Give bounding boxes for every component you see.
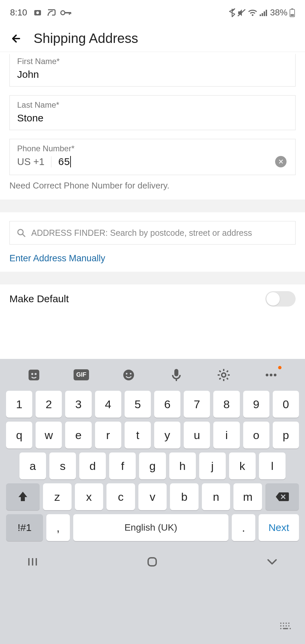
section-divider <box>0 272 305 284</box>
svg-point-34 <box>266 374 268 376</box>
svg-point-46 <box>283 625 284 627</box>
sticker-icon[interactable] <box>26 367 42 383</box>
address-finder-placeholder: ADDRESS FINDER: Search by postcode, stre… <box>31 228 289 238</box>
gif-icon[interactable]: GIF <box>73 367 90 383</box>
enter-address-manually-link[interactable]: Enter Address Manually <box>9 253 296 264</box>
svg-point-51 <box>290 628 291 629</box>
key-z[interactable]: z <box>43 483 72 510</box>
key-space[interactable]: English (UK) <box>73 514 228 541</box>
key-5[interactable]: 5 <box>125 391 151 418</box>
key-0[interactable]: 0 <box>273 391 299 418</box>
last-name-field[interactable]: Last Name* <box>9 95 296 130</box>
key-symbols[interactable]: !#1 <box>6 514 43 541</box>
key-x[interactable]: x <box>75 483 103 510</box>
make-default-toggle[interactable] <box>265 291 296 307</box>
text-caret <box>70 156 71 167</box>
key-6[interactable]: 6 <box>154 391 180 418</box>
key-8[interactable]: 8 <box>213 391 239 418</box>
svg-point-2 <box>61 11 65 15</box>
svg-line-16 <box>23 234 25 236</box>
clear-phone-button[interactable]: ✕ <box>275 156 287 167</box>
key-r[interactable]: r <box>95 422 121 448</box>
key-comma[interactable]: , <box>46 514 70 541</box>
svg-rect-5 <box>70 12 71 14</box>
key-3[interactable]: 3 <box>65 391 91 418</box>
keyboard-row-2: a s d f g h j k l <box>6 452 299 479</box>
key-g[interactable]: g <box>139 452 166 479</box>
svg-line-33 <box>219 378 221 379</box>
mic-icon[interactable] <box>168 367 185 383</box>
key-9[interactable]: 9 <box>243 391 269 418</box>
key-2[interactable]: 2 <box>36 391 62 418</box>
key-k[interactable]: k <box>229 452 256 479</box>
svg-point-22 <box>130 373 132 374</box>
phone-input[interactable]: 65 <box>58 156 70 167</box>
keyboard-switch-icon[interactable] <box>279 622 292 631</box>
address-finder-search[interactable]: ADDRESS FINDER: Search by postcode, stre… <box>9 221 296 245</box>
svg-point-45 <box>280 625 281 627</box>
key-p[interactable]: p <box>273 422 299 448</box>
last-name-input[interactable] <box>17 112 288 124</box>
key-e[interactable]: e <box>65 422 91 448</box>
more-icon[interactable] <box>263 367 279 383</box>
svg-rect-40 <box>148 558 156 566</box>
key-backspace[interactable] <box>265 483 299 510</box>
key-o[interactable]: o <box>243 422 269 448</box>
key-1[interactable]: 1 <box>6 391 32 418</box>
svg-rect-9 <box>262 13 263 16</box>
first-name-input[interactable] <box>17 69 288 80</box>
svg-point-7 <box>252 14 253 16</box>
nav-recent-icon[interactable] <box>27 556 38 568</box>
svg-rect-17 <box>29 370 39 380</box>
bluetooth-icon <box>229 8 235 17</box>
nav-home-icon[interactable] <box>146 556 158 568</box>
vpn-key-icon <box>60 10 72 16</box>
svg-rect-50 <box>283 628 288 629</box>
phone-helper-text: Need Correct Phone Number for delivery. <box>9 180 296 191</box>
key-m[interactable]: m <box>233 483 262 510</box>
android-navbar <box>0 545 305 579</box>
page-header: Shipping Address <box>0 25 305 52</box>
svg-point-18 <box>31 373 33 375</box>
key-s[interactable]: s <box>49 452 76 479</box>
svg-point-25 <box>222 373 226 377</box>
key-q[interactable]: q <box>6 422 32 448</box>
make-default-label: Make Default <box>9 293 69 305</box>
nav-back-icon[interactable] <box>266 558 278 566</box>
key-u[interactable]: u <box>184 422 210 448</box>
first-name-field[interactable]: First Name* <box>9 54 296 87</box>
svg-line-32 <box>227 371 228 372</box>
key-h[interactable]: h <box>169 452 196 479</box>
status-bar: 8:10 38% <box>0 0 305 25</box>
key-4[interactable]: 4 <box>95 391 121 418</box>
key-a[interactable]: a <box>19 452 46 479</box>
svg-point-1 <box>36 11 39 14</box>
key-n[interactable]: n <box>202 483 230 510</box>
key-i[interactable]: i <box>213 422 239 448</box>
key-y[interactable]: y <box>154 422 180 448</box>
back-arrow-icon[interactable] <box>10 32 24 45</box>
svg-rect-10 <box>264 11 265 16</box>
key-d[interactable]: d <box>79 452 106 479</box>
svg-point-21 <box>126 373 128 374</box>
first-name-label: First Name* <box>17 57 288 66</box>
phone-field[interactable]: Phone Number* US +1 65 ✕ <box>9 139 296 175</box>
emoji-icon[interactable] <box>120 367 137 383</box>
gear-icon[interactable] <box>215 367 232 383</box>
key-f[interactable]: f <box>109 452 136 479</box>
phone-country-prefix[interactable]: US +1 <box>17 156 51 167</box>
key-l[interactable]: l <box>259 452 286 479</box>
key-v[interactable]: v <box>138 483 167 510</box>
key-next[interactable]: Next <box>259 514 299 541</box>
svg-point-43 <box>286 623 287 624</box>
key-w[interactable]: w <box>36 422 62 448</box>
key-period[interactable]: . <box>232 514 255 541</box>
key-shift[interactable] <box>6 483 40 510</box>
key-t[interactable]: t <box>125 422 151 448</box>
key-b[interactable]: b <box>170 483 199 510</box>
key-j[interactable]: j <box>199 452 226 479</box>
key-c[interactable]: c <box>106 483 135 510</box>
key-7[interactable]: 7 <box>184 391 210 418</box>
keyboard-row-4: !#1 , English (UK) . Next <box>6 514 299 541</box>
svg-rect-11 <box>266 10 267 16</box>
